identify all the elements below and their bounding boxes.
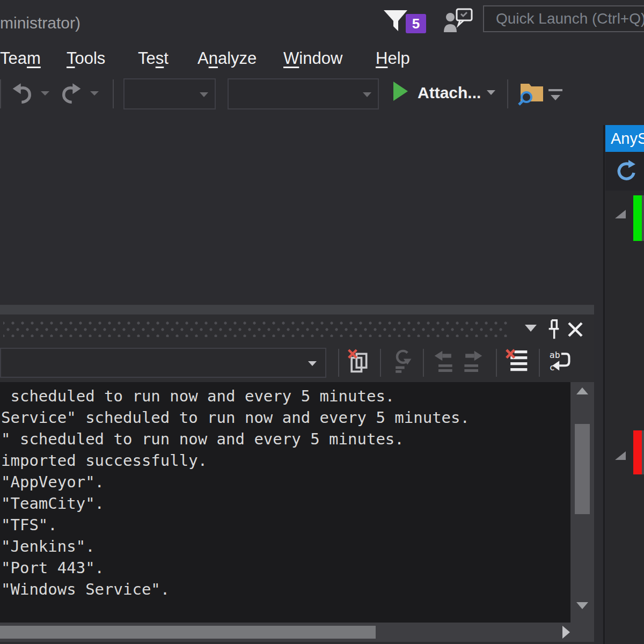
status-bar-green — [633, 195, 642, 241]
toolbar-overflow-caret-icon[interactable] — [551, 95, 560, 100]
combo-caret-icon — [200, 92, 208, 97]
right-panel-content — [605, 191, 644, 644]
notifications-filter-icon[interactable] — [383, 9, 408, 33]
output-toolbar: ab c — [0, 343, 594, 382]
attach-button[interactable]: Attach... — [418, 84, 481, 102]
menu-analyze[interactable]: Analyze — [197, 47, 257, 70]
undo-dropdown-caret[interactable] — [41, 91, 49, 96]
toolbar-separator — [539, 349, 540, 377]
toolbar-overflow-icon[interactable] — [548, 89, 562, 91]
toolbar-separator — [507, 79, 508, 108]
notification-count-badge[interactable]: 5 — [406, 14, 426, 33]
toolbar-separator — [380, 349, 381, 377]
svg-text:ab: ab — [550, 350, 560, 360]
tree-expander-icon[interactable] — [615, 451, 626, 460]
output-line: scheduled to run now and every 5 minutes… — [0, 385, 570, 407]
quick-launch-input[interactable] — [484, 6, 644, 31]
previous-message-icon[interactable] — [431, 346, 457, 378]
output-line: "AppVeyor". — [0, 471, 570, 493]
close-icon[interactable] — [567, 321, 584, 338]
toolbar-separator — [496, 349, 497, 377]
output-window-titlebar[interactable] — [0, 314, 594, 343]
find-in-files-icon[interactable] — [518, 78, 546, 106]
pin-icon[interactable] — [545, 319, 562, 340]
output-line: imported successfully. — [0, 450, 570, 471]
scroll-right-arrow-icon[interactable] — [562, 626, 570, 639]
window-title-fragment: ministrator) — [0, 14, 80, 32]
horizontal-scrollbar[interactable] — [0, 623, 594, 642]
start-debug-play-icon[interactable] — [393, 82, 408, 101]
tree-item-selection[interactable] — [642, 195, 644, 241]
combo-caret-icon — [308, 361, 317, 366]
right-panel-toolbar — [605, 152, 644, 191]
horizontal-scroll-thumb[interactable] — [0, 626, 376, 639]
scroll-down-arrow-icon[interactable] — [576, 602, 588, 609]
toolbar-separator — [338, 349, 339, 377]
feedback-icon[interactable] — [443, 8, 474, 36]
undo-icon[interactable] — [12, 80, 33, 104]
right-panel-tab[interactable]: AnyS — [605, 125, 644, 152]
output-line: "Jenkins". — [0, 536, 570, 557]
redo-dropdown-caret[interactable] — [90, 91, 99, 96]
menu-help[interactable]: Help — [376, 47, 410, 70]
titlebar-drag-texture — [3, 321, 508, 337]
output-line: Service" scheduled to run now and every … — [0, 407, 570, 428]
window-position-caret-icon[interactable] — [525, 325, 537, 332]
toolbar-separator — [423, 349, 424, 377]
menu-team[interactable]: Team — [0, 47, 41, 70]
output-log[interactable]: scheduled to run now and every 5 minutes… — [0, 382, 570, 623]
toolbar-separator — [0, 79, 1, 108]
word-wrap-icon[interactable]: ab c — [547, 346, 573, 378]
vertical-scrollbar[interactable] — [570, 382, 594, 623]
svg-text:c: c — [550, 363, 555, 373]
show-output-from-combo[interactable] — [0, 348, 326, 378]
vertical-scroll-thumb[interactable] — [575, 424, 590, 514]
next-message-icon[interactable] — [459, 346, 485, 378]
output-line: "Port 443". — [0, 557, 570, 579]
window-splitter[interactable] — [0, 305, 594, 314]
goto-source-icon[interactable] — [390, 346, 415, 378]
refresh-icon[interactable] — [614, 158, 639, 185]
status-bar-red — [633, 430, 642, 474]
statusbar-strip — [0, 642, 594, 644]
output-line: "TeamCity". — [0, 493, 570, 514]
solution-platforms-combo[interactable] — [228, 78, 379, 109]
visual-studio-window: ministrator) 5 Team Tools Test Analyze W… — [0, 0, 644, 644]
menu-window[interactable]: Window — [283, 47, 342, 70]
solution-configurations-combo[interactable] — [123, 78, 216, 109]
redo-icon[interactable] — [60, 80, 82, 104]
menu-test[interactable]: Test — [138, 47, 169, 70]
tree-expander-icon[interactable] — [615, 210, 626, 218]
find-message-in-code-icon[interactable] — [346, 346, 371, 378]
quick-launch-box[interactable] — [483, 5, 644, 32]
clear-all-icon[interactable] — [504, 346, 530, 378]
output-line: "TFS". — [0, 514, 570, 536]
combo-caret-icon — [363, 92, 371, 97]
scroll-up-arrow-icon[interactable] — [576, 387, 588, 394]
attach-dropdown-caret[interactable] — [487, 90, 495, 95]
output-line: "Windows Service". — [0, 579, 570, 600]
toolbar-separator — [113, 79, 114, 108]
tree-item-selection[interactable] — [642, 430, 644, 474]
panel-border — [603, 125, 605, 644]
menu-tools[interactable]: Tools — [67, 47, 105, 70]
output-line: " scheduled to run now and every 5 minut… — [0, 428, 570, 450]
